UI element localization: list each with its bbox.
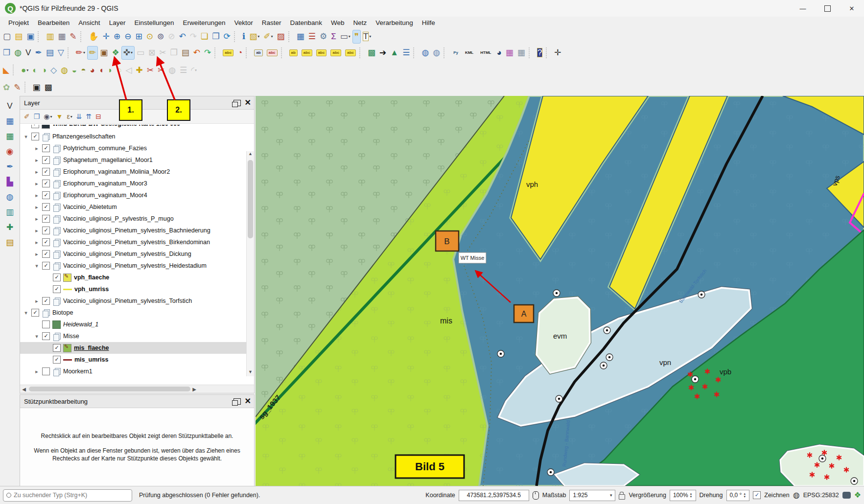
modify-attributes-button[interactable]: ▭ [135, 46, 146, 60]
vertex-tool-button[interactable]: ✜▾ [121, 46, 135, 60]
crs-globe-icon[interactable]: ◍ [793, 491, 800, 499]
menu-item-hilfe[interactable]: Hilfe [418, 18, 440, 28]
layer-visibility-checkbox[interactable]: ✓ [31, 125, 39, 128]
move-feature-dropdown-icon[interactable]: ▾ [26, 68, 28, 72]
point-sampling-tool-button[interactable]: ◉ [4, 144, 16, 158]
v-plus-tool-button[interactable]: ✚ [4, 220, 15, 234]
identify-features-button[interactable]: ℹ [240, 30, 247, 44]
scroll-down-icon[interactable]: ▼ [247, 369, 254, 376]
remove-layer-button[interactable]: ⊟ [93, 110, 103, 123]
menu-item-projekt[interactable]: Projekt [4, 18, 33, 28]
refresh-map-button[interactable]: ⟳ [222, 30, 233, 44]
expand-closed-icon[interactable]: ▸ [34, 298, 40, 304]
scroll-left-icon[interactable]: ◀ [20, 387, 28, 392]
layer-visibility-checkbox[interactable]: ✓ [42, 262, 50, 270]
vertex-panel-close-icon[interactable]: ✕ [245, 397, 251, 405]
menu-item-raster[interactable]: Raster [257, 18, 286, 28]
id-profile-tool-button[interactable]: ➔ [377, 46, 388, 60]
manage-map-themes-button[interactable]: ◉▾ [42, 110, 54, 123]
plugin-sphere-button[interactable]: ◕ [494, 46, 503, 60]
statistics-abacus-button[interactable]: ☰ [306, 30, 318, 44]
expand-closed-icon[interactable]: ▸ [34, 216, 40, 222]
layer-row-eriophorum-vaginatum-moor3[interactable]: ▸✓Eriophorum_vaginatum_Moor3 [20, 178, 254, 189]
copy-move-feature-button[interactable]: ◐ [30, 63, 39, 77]
layer-row-heidewald-1[interactable]: Heidewald_1 [20, 319, 254, 330]
expand-closed-icon[interactable]: ▸ [34, 228, 40, 234]
expand-closed-icon[interactable]: ▸ [34, 145, 40, 152]
render-checkbox[interactable]: ✓ [753, 491, 761, 499]
layer-visibility-checkbox[interactable]: ✓ [31, 133, 39, 140]
layer-row-misse[interactable]: ▾✓Misse [20, 330, 254, 342]
layer-row-vph-flaeche[interactable]: ✓vph_flaeche [20, 272, 254, 283]
layer-row-vaccinio-uliginosi-p-sylvestris-p-mugo[interactable]: ▸✓Vaccinio_uliginosi_P_sylvestris_P_mugo [20, 213, 254, 225]
qgis-status-icon[interactable]: ❖ [854, 491, 861, 499]
undo-button[interactable]: ↶ [191, 46, 202, 60]
move-label-button[interactable]: ab [287, 46, 300, 60]
expand-closed-icon[interactable]: ▸ [34, 157, 40, 163]
layer-row-vph-umriss[interactable]: ✓vph_umriss [20, 283, 254, 295]
collapse-all-button[interactable]: ⇈ [84, 110, 93, 123]
menu-item-layer[interactable]: Layer [105, 18, 130, 28]
layers-vertical-scrollbar[interactable]: ▲ ▼ [246, 151, 254, 376]
layer-visibility-checkbox[interactable]: ✓ [42, 238, 50, 246]
open-data-source-manager-button[interactable]: ❒ [1, 46, 12, 60]
v-digitize-tool-button[interactable]: V [5, 99, 14, 113]
magnifier-spinbox[interactable]: 100% ▲▼ [670, 490, 696, 501]
layer-diagram-button[interactable]: ◔ [235, 46, 244, 60]
mosaic-tool-button[interactable]: ▦ [4, 114, 16, 128]
spinner-arrows-icon[interactable]: ▲▼ [743, 492, 746, 498]
layer-visibility-checkbox[interactable]: ✓ [42, 332, 50, 340]
layer-visibility-checkbox[interactable]: ✓ [53, 356, 61, 364]
open-project-button[interactable]: ▤ [13, 30, 24, 44]
expand-closed-icon[interactable]: ▸ [34, 169, 40, 175]
delete-selected-button[interactable]: ⊠ [146, 46, 157, 60]
import-photos-button[interactable]: ▣ [31, 80, 43, 94]
scale-lock-icon[interactable] [619, 494, 625, 500]
layer-visibility-checkbox[interactable]: ✓ [42, 297, 50, 305]
vertical-scroll-thumb[interactable] [248, 160, 253, 238]
fill-ring-button[interactable]: ◓ [79, 63, 88, 77]
layer-visibility-checkbox[interactable]: ✓ [42, 168, 50, 176]
expand-closed-icon[interactable]: ▸ [34, 251, 40, 257]
locator-search-input[interactable]: Zu suchender Typ (Strg+K) [3, 489, 132, 502]
open-attribute-table-button[interactable]: ▦ [295, 30, 306, 44]
delete-ring-button[interactable]: ◕ [88, 63, 96, 77]
expand-open-icon[interactable]: ▾ [34, 333, 40, 340]
cad-dock-button[interactable]: ✛ [552, 46, 563, 60]
add-virtual-layer-button[interactable]: ▽ [56, 46, 66, 60]
pan-to-selection-button[interactable]: ✛ [101, 30, 112, 44]
select-features-dropdown-icon[interactable]: ▾ [257, 34, 259, 39]
freehand-georeferencer-button[interactable]: ✿ [1, 80, 12, 94]
expand-open-icon[interactable]: ▾ [23, 134, 29, 140]
grid-green-tool-button[interactable]: ▦ [4, 129, 16, 143]
osm-tools-button[interactable]: ▩ [366, 46, 377, 60]
minimize-button[interactable]: — [791, 0, 815, 17]
current-edits-button[interactable]: ✏▾ [74, 46, 87, 60]
add-wms-layer-button[interactable]: ◍ [12, 46, 23, 60]
rotate-point-symbols-dropdown-icon[interactable]: ▾ [195, 68, 197, 72]
move-feature-button[interactable]: ●▾ [19, 63, 30, 77]
scroll-right-icon[interactable]: ▶ [190, 387, 198, 392]
layers-horizontal-scrollbar[interactable]: ◀ ▶ [20, 385, 254, 393]
rotate-point-symbols-button[interactable]: ◜▾ [189, 63, 199, 77]
layer-visibility-checkbox[interactable]: ✓ [42, 191, 50, 199]
layer-row-vaccinio-abietetum[interactable]: ▸✓Vaccinio_Abietetum [20, 201, 254, 213]
crs-value[interactable]: EPSG:25832 [803, 492, 839, 499]
current-edits-dropdown-icon[interactable]: ▾ [83, 50, 85, 55]
table-tool-button[interactable]: ▤ [4, 235, 16, 249]
new-3d-map-view-button[interactable]: ❐ [210, 30, 221, 44]
new-map-view-button[interactable]: ❏ [199, 30, 210, 44]
rotation-spinbox[interactable]: 0,0 ° ▲▼ [726, 490, 750, 501]
layer-row-eriophorum-vaginatum-molinia-moor2[interactable]: ▸✓Eriophorum_vaginatum_Molinia_Moor2 [20, 166, 254, 178]
zoom-to-layer-button[interactable]: ⊚ [155, 30, 166, 44]
rotate-label-button[interactable]: abc [300, 46, 314, 60]
menu-item-verarbeitung[interactable]: Verarbeitung [371, 18, 418, 28]
reshape-features-button[interactable]: ◗ [106, 63, 115, 77]
layer-row-vaccinio-uliginosi-pinetum-sylvestris-birkendominan[interactable]: ▸✓Vaccinio_uliginosi_Pinetum_sylvestris_… [20, 236, 254, 248]
layer-row-moorkern1[interactable]: ▸Moorkern1 [20, 366, 254, 377]
select-by-expression-button[interactable]: ✐▾ [261, 30, 275, 44]
globe-tool-button[interactable]: ◍ [4, 190, 16, 204]
scale-combobox[interactable]: 1:925 ▾ [569, 490, 615, 501]
filter-legend-button[interactable]: ▼ [54, 110, 65, 123]
filter-by-expression-button[interactable]: ε▾ [65, 110, 74, 123]
